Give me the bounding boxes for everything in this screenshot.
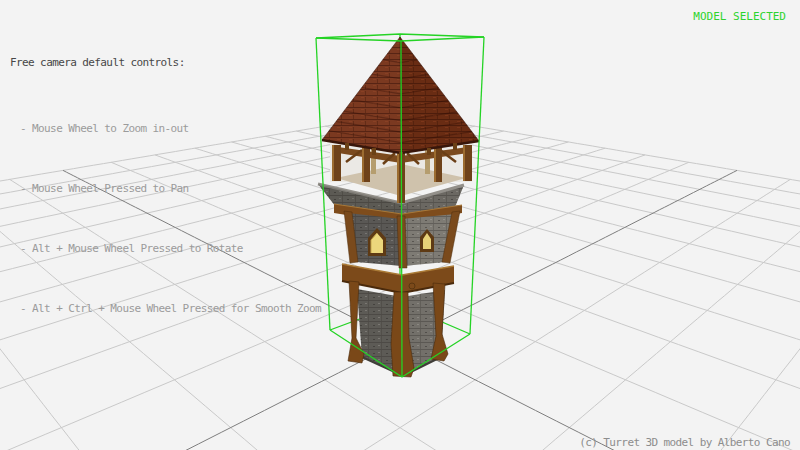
roof-right-texture [400,37,479,153]
footer-hints: Drag & drop .obj/.png to load mesh/textu… [10,433,444,450]
bbox-right-vertical-edge [470,37,484,334]
status-model-selected: MODEL SELECTED [693,7,786,27]
viewport-3d[interactable]: Free camera default controls: - Mouse Wh… [0,0,800,450]
grid-line [265,136,800,450]
help-item: - Alt + Ctrl + Mouse Wheel Pressed for S… [10,299,321,319]
help-overlay: Free camera default controls: - Mouse Wh… [10,13,321,359]
help-title: Free camera default controls: [10,53,321,73]
help-item: - Mouse Wheel to Zoom in-out [10,119,321,139]
help-item: - Mouse Wheel Pressed to Pan [10,179,321,199]
footer-credit: (c) Turret 3D model by Alberto Cano [579,433,790,450]
help-item: - Alt + Mouse Wheel Pressed to Rotate [10,239,321,259]
